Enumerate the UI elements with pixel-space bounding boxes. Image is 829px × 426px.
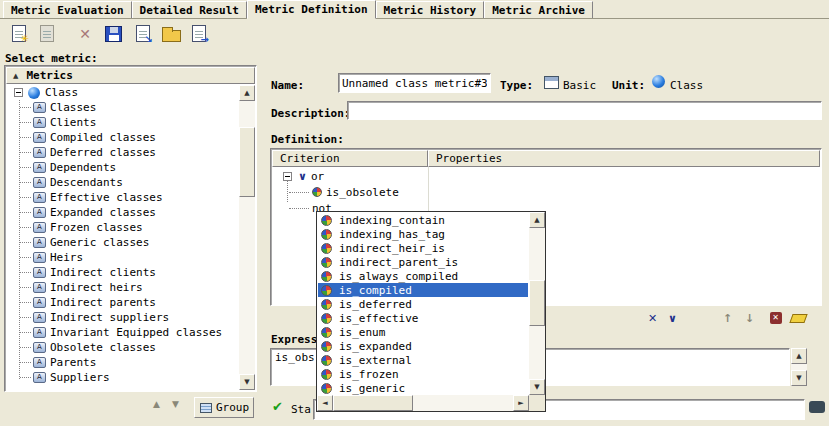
metric-tree-item[interactable]: Indirect heirs [7, 280, 238, 295]
criterion-option[interactable]: is_deferred [318, 297, 528, 311]
scrollbar-corner [529, 395, 545, 411]
metric-tree-root[interactable]: Class [7, 85, 238, 100]
metric-tree-item[interactable]: Descendants [7, 175, 238, 190]
save-metric-button[interactable] [100, 21, 126, 46]
metric-tree-item-label: Expanded classes [50, 206, 156, 219]
comment-button[interactable] [809, 401, 825, 413]
scroll-down-button[interactable]: ▼ [529, 379, 545, 395]
metric-tree-item[interactable]: Indirect clients [7, 265, 238, 280]
metric-tree-item[interactable]: Compiled classes [7, 130, 238, 145]
metric-tree-item[interactable]: Parents [7, 355, 238, 370]
scroll-up-button[interactable]: ▲ [529, 212, 545, 228]
tree-branch-line [20, 182, 31, 183]
criterion-option[interactable]: is_enum [318, 325, 528, 339]
move-metric-down-button[interactable]: ▼ [167, 399, 184, 416]
tree-branch-line [20, 332, 31, 333]
move-criterion-down-button[interactable]: ↓ [740, 309, 759, 327]
metric-tree-item[interactable]: Deferred classes [7, 145, 238, 160]
criterion-option[interactable]: indexing_contain [318, 213, 528, 227]
select-metric-label: Select metric: [5, 52, 98, 65]
metric-tree-item[interactable]: Expanded classes [7, 205, 238, 220]
or-operator-button[interactable]: ∨ [663, 309, 682, 327]
move-criterion-up-button[interactable]: ↑ [718, 309, 737, 327]
status-text: Sta [291, 403, 311, 416]
metric-icon [33, 147, 46, 158]
metric-tree-header[interactable]: ▲ Metrics [6, 67, 255, 84]
metric-tree-item[interactable]: Classes [7, 100, 238, 115]
metric-tree-item[interactable]: Obsolete classes [7, 340, 238, 355]
scroll-up-button[interactable]: ▲ [239, 85, 255, 101]
delete-criterion-button[interactable]: ✕ [766, 309, 785, 327]
criterion-option[interactable]: is_external [318, 353, 528, 367]
criterion-row-is-obsolete[interactable]: is_obsolete [272, 184, 427, 200]
metric-tree-item[interactable]: Frozen classes [7, 220, 238, 235]
metric-icon [33, 222, 46, 233]
tab[interactable]: Detailed Result [132, 1, 247, 18]
criterion-option[interactable]: is_effective [318, 311, 528, 325]
criterion-option[interactable]: indirect_parent_is [318, 255, 528, 269]
import-metrics-button[interactable]: ↘ [130, 21, 156, 46]
scroll-up-button[interactable]: ▲ [791, 348, 807, 364]
metric-icon [33, 372, 46, 383]
metric-tree-item[interactable]: Indirect parents [7, 295, 238, 310]
tree-branch-line [20, 257, 31, 258]
criterion-option[interactable]: is_generic [318, 381, 528, 395]
criterion-option[interactable]: is_always_compiled [318, 269, 528, 283]
metric-tree-item[interactable]: Indirect suppliers [7, 310, 238, 325]
criterion-row-or[interactable]: ∨ or [272, 168, 427, 184]
move-metric-up-button[interactable]: ▲ [148, 399, 165, 416]
expression-scrollbar[interactable]: ▲ ▼ [791, 348, 807, 386]
criterion-option[interactable]: indirect_heir_is [318, 241, 528, 255]
metric-icon [33, 192, 46, 203]
collapse-icon[interactable] [14, 88, 23, 97]
metric-tree-item[interactable]: Suppliers [7, 370, 238, 385]
dropdown-vertical-scrollbar[interactable]: ▲ ▼ [529, 212, 545, 395]
clear-definition-button[interactable] [789, 309, 808, 327]
criterion-option[interactable]: is_compiled [318, 283, 528, 297]
description-input[interactable] [347, 101, 822, 120]
tree-scrollbar[interactable]: ▲ ▼ [239, 85, 255, 390]
criterion-column-header[interactable]: Criterion [272, 150, 428, 167]
group-toggle-button[interactable]: Group [194, 397, 254, 418]
metric-tree-item[interactable]: Dependents [7, 160, 238, 175]
name-input[interactable] [338, 73, 491, 93]
metric-icon [33, 327, 46, 338]
tree-branch-line [20, 107, 31, 108]
tab[interactable]: Metric Definition [247, 0, 376, 19]
and-operator-button[interactable]: ✕ [643, 309, 662, 327]
tab[interactable]: Metric History [376, 1, 485, 18]
delete-metric-button[interactable]: ✕ [72, 21, 98, 46]
metric-tree-item[interactable]: Heirs [7, 250, 238, 265]
definition-label: Definition: [271, 133, 344, 146]
criterion-option-label: indexing_has_tag [337, 228, 447, 241]
criterion-icon [321, 229, 332, 240]
criterion-icon [321, 383, 332, 394]
scrollbar-thumb[interactable] [529, 280, 545, 326]
metric-tree-item[interactable]: Invariant Equipped classes [7, 325, 238, 340]
metric-tree-item[interactable]: Effective classes [7, 190, 238, 205]
metric-tool-window: Metric Evaluation Detailed Result Metric… [0, 0, 829, 426]
metric-tree-item[interactable]: Generic classes [7, 235, 238, 250]
scrollbar-thumb[interactable] [239, 127, 255, 197]
criterion-option[interactable]: indexing_has_tag [318, 227, 528, 241]
tab[interactable]: Metric Evaluation [3, 1, 132, 18]
sort-ascending-icon: ▲ [13, 72, 18, 80]
tab[interactable]: Metric Archive [484, 1, 593, 18]
scroll-left-button[interactable]: ◄ [317, 395, 333, 411]
export-metrics-button[interactable]: → [186, 21, 212, 46]
scroll-right-button[interactable]: ► [513, 395, 529, 411]
criterion-option[interactable]: is_frozen [318, 367, 528, 381]
scroll-down-button[interactable]: ▼ [239, 374, 255, 390]
collapse-icon[interactable] [283, 172, 292, 181]
properties-column-header[interactable]: Properties [428, 150, 820, 167]
open-metrics-button[interactable] [158, 21, 184, 46]
new-metric-button[interactable]: ✳ [6, 21, 32, 46]
copy-metric-button[interactable] [34, 21, 60, 46]
metric-tree-item[interactable]: Clients [7, 115, 238, 130]
scroll-down-button[interactable]: ▼ [791, 370, 807, 386]
scrollbar-thumb[interactable] [333, 395, 413, 411]
criterion-option-label: is_expanded [337, 340, 414, 353]
dropdown-horizontal-scrollbar[interactable]: ◄ ► [317, 395, 529, 411]
criterion-option[interactable]: is_expanded [318, 339, 528, 353]
tree-branch-line [20, 272, 31, 273]
